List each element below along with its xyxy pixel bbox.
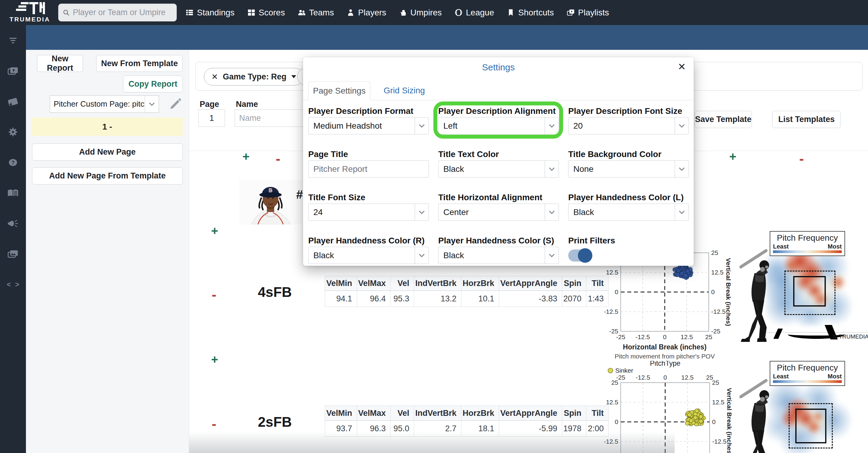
nav-item-label: Umpires bbox=[410, 8, 442, 18]
print-filters-toggle[interactable] bbox=[568, 250, 591, 261]
heatmap-least-label: Least bbox=[773, 243, 789, 250]
add-grid-item-button[interactable]: + bbox=[211, 225, 218, 237]
remove-grid-item-button[interactable]: - bbox=[212, 287, 216, 302]
nav-item-label: Shortcuts bbox=[518, 8, 554, 18]
field-select[interactable]: None bbox=[568, 160, 689, 177]
filter-chip-0[interactable]: ✕Game Type: Reg bbox=[204, 68, 304, 85]
nav-item-shortcuts[interactable]: Shortcuts bbox=[507, 8, 554, 18]
nav-item-teams[interactable]: Teams bbox=[298, 8, 334, 18]
heatmap-title: Pitch Frequency bbox=[773, 233, 842, 243]
help-icon[interactable]: ? bbox=[6, 156, 20, 169]
svg-text:-25: -25 bbox=[616, 374, 625, 381]
announcements-megaphone-icon[interactable] bbox=[6, 217, 20, 230]
field-text-input[interactable] bbox=[308, 160, 429, 177]
field-select[interactable]: Black bbox=[438, 160, 559, 177]
settings-field-player-description-alignment: Player Description AlignmentLeft bbox=[438, 105, 559, 134]
chevron-down-icon bbox=[675, 117, 688, 134]
report-select-dropdown[interactable]: Pitcher Custom Page: pitching -... bbox=[50, 95, 159, 113]
stat-column-header: IndVertBrk bbox=[414, 406, 461, 421]
field-select[interactable]: Black bbox=[568, 203, 689, 221]
global-search[interactable] bbox=[58, 4, 177, 22]
close-icon[interactable]: ✕ bbox=[678, 61, 686, 73]
field-select[interactable]: Center bbox=[438, 203, 559, 221]
trumedia-logo[interactable]: TRUMEDIA bbox=[4, 1, 56, 25]
add-grid-item-button[interactable]: + bbox=[729, 150, 736, 163]
heatmap-least-label: Least bbox=[773, 373, 789, 380]
media-gallery-icon[interactable] bbox=[6, 247, 20, 261]
settings-field-title-background-color: Title Background ColorNone bbox=[568, 148, 689, 177]
page-number-input[interactable] bbox=[198, 109, 225, 127]
field-select[interactable]: 24 bbox=[308, 203, 429, 221]
add-new-page-button[interactable]: Add New Page bbox=[32, 143, 183, 161]
remove-grid-item-button[interactable]: - bbox=[276, 151, 280, 166]
svg-text:-12.5: -12.5 bbox=[604, 308, 618, 315]
field-label: Page Title bbox=[308, 148, 429, 160]
svg-text:25: 25 bbox=[705, 333, 712, 340]
tab-page-settings[interactable]: Page Settings bbox=[308, 81, 370, 100]
svg-text:-12.5: -12.5 bbox=[712, 438, 726, 445]
stat-column-header: Spin bbox=[562, 406, 586, 421]
field-select[interactable]: 20 bbox=[568, 117, 689, 134]
remove-grid-item-button[interactable]: - bbox=[212, 417, 216, 431]
svg-text:Vertical Break (inches): Vertical Break (inches) bbox=[726, 388, 733, 453]
nav-item-standings[interactable]: Standings bbox=[185, 8, 235, 18]
heatmap-title: Pitch Frequency bbox=[773, 363, 842, 373]
settings-modal: Settings ✕ Page Settings Grid Sizing Pla… bbox=[303, 57, 694, 266]
settings-field-player-handedness-color-r-: Player Handedness Color (R)Black bbox=[308, 235, 429, 264]
search-icon bbox=[63, 9, 70, 17]
report-sidebar: New Report New From Template Copy Report… bbox=[26, 50, 189, 453]
nav-item-scores[interactable]: Scores bbox=[247, 8, 285, 18]
svg-text:-25: -25 bbox=[616, 333, 625, 340]
add-new-page-from-template-button[interactable]: Add New Page From Template bbox=[32, 167, 183, 185]
video-playlist-icon[interactable] bbox=[6, 64, 20, 78]
new-report-button[interactable]: New Report bbox=[37, 55, 83, 72]
stat-value: 10.1 bbox=[461, 291, 499, 307]
search-input[interactable] bbox=[73, 8, 172, 17]
field-label: Player Description Format bbox=[308, 105, 429, 117]
whiteboard-icon[interactable] bbox=[6, 95, 20, 108]
stat-value: 13.2 bbox=[414, 291, 461, 307]
filter-icon[interactable] bbox=[6, 34, 20, 47]
nav-item-label: Players bbox=[358, 8, 386, 18]
add-grid-item-button[interactable]: + bbox=[243, 150, 249, 163]
edit-pencil-icon[interactable] bbox=[169, 98, 182, 111]
field-select[interactable]: Black bbox=[438, 247, 559, 264]
tab-grid-sizing[interactable]: Grid Sizing bbox=[380, 81, 429, 100]
shortcuts-icon bbox=[507, 8, 515, 17]
field-label: Player Description Alignment bbox=[438, 105, 559, 117]
chevron-down-icon bbox=[415, 117, 429, 134]
page-list-item-1[interactable]: 1 - bbox=[32, 117, 183, 136]
field-select[interactable]: Medium Headshot bbox=[308, 117, 429, 134]
players-icon bbox=[346, 8, 355, 17]
save-template-button[interactable]: Save Template bbox=[694, 111, 752, 128]
scores-icon bbox=[247, 8, 255, 17]
settings-gear-icon[interactable] bbox=[6, 125, 20, 139]
left-icon-rail: ?< > bbox=[0, 25, 26, 453]
svg-text:0: 0 bbox=[663, 374, 667, 381]
list-templates-button[interactable]: List Templates bbox=[772, 111, 841, 128]
field-select[interactable]: Left bbox=[438, 117, 559, 134]
field-select-value: Black bbox=[568, 204, 675, 221]
svg-text:Vertical Break (inches): Vertical Break (inches) bbox=[725, 258, 732, 326]
remove-grid-item-button[interactable]: - bbox=[799, 151, 804, 166]
settings-field-title-text-color: Title Text ColorBlack bbox=[438, 148, 559, 177]
stat-column-header: VertApprAngle bbox=[499, 276, 562, 291]
field-select-value: Medium Headshot bbox=[309, 117, 415, 134]
field-select[interactable]: Black bbox=[308, 247, 429, 264]
svg-text:0: 0 bbox=[663, 333, 666, 340]
chip-close-icon[interactable]: ✕ bbox=[211, 72, 218, 82]
trumedia-logo-icon bbox=[14, 1, 45, 16]
stat-column-header: Vel bbox=[391, 406, 414, 421]
glossary-book-icon[interactable] bbox=[6, 186, 20, 200]
nav-item-playlists[interactable]: Playlists bbox=[567, 8, 609, 18]
trumedia-logo-text: TRUMEDIA bbox=[4, 16, 56, 23]
nav-item-players[interactable]: Players bbox=[346, 8, 386, 18]
embed-code-icon[interactable]: < > bbox=[6, 278, 20, 291]
new-from-template-button[interactable]: New From Template bbox=[96, 55, 183, 72]
settings-field-title-font-size: Title Font Size24 bbox=[308, 192, 429, 221]
nav-item-league[interactable]: League bbox=[455, 8, 494, 18]
copy-report-button[interactable]: Copy Report bbox=[123, 76, 183, 92]
nav-item-umpires[interactable]: Umpires bbox=[399, 8, 442, 18]
add-grid-item-button[interactable]: + bbox=[211, 353, 218, 365]
settings-field-print-filters: Print Filters bbox=[568, 235, 689, 264]
